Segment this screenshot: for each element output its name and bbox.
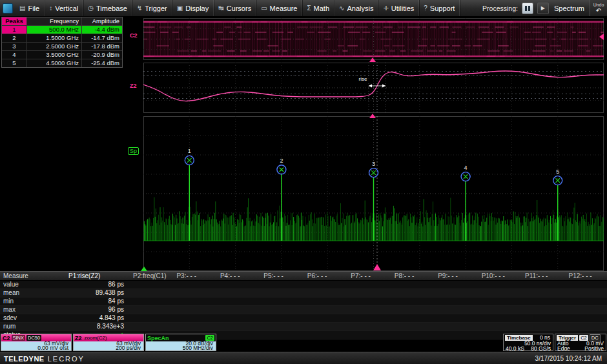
menu-cursors[interactable]: ↹ Cursors [214, 0, 256, 16]
utilities-icon: ✛ [383, 5, 388, 12]
peak-1-amplitude: -4.4 dBm [82, 26, 122, 34]
peaks-table: Peaks Frequency Amplitude 1 500.0 MHz -4… [1, 17, 123, 68]
svg-text:rise: rise [359, 76, 367, 82]
menu-measure-label: Measure [270, 5, 298, 12]
svg-text:1: 1 [188, 148, 191, 154]
trigger-position-marker-2[interactable] [369, 114, 376, 118]
specan-name: SpecAn [147, 335, 169, 341]
menu-file[interactable]: ▤ File [15, 0, 45, 16]
spectrum-display[interactable]: 12345 [143, 116, 604, 271]
measure-col-p4[interactable]: P4:- - - [215, 272, 258, 280]
timebase-descriptor[interactable]: Timebase 0 ns 50.0 ns/div 40.0 kS 80 GS/… [503, 334, 553, 351]
measure-col-p7[interactable]: P7:- - - [345, 272, 389, 280]
mean-label: mean [0, 289, 65, 297]
peak-2-number: 2 [2, 34, 27, 42]
menu-math-label: Math [314, 5, 329, 12]
measure-col-p9[interactable]: P9:- - - [433, 272, 476, 280]
z2-zoom-trace-display[interactable]: rise [143, 63, 604, 113]
spectrum-reference-marker[interactable] [141, 267, 147, 271]
p1-value: 86 ps [65, 281, 130, 288]
menu-timebase-label: Timebase [96, 5, 127, 12]
timebase-samples: 40.0 kS [506, 346, 524, 351]
menu-trigger[interactable]: ↯ Trigger [132, 0, 172, 16]
menu-utilities[interactable]: ✛ Utilities [378, 0, 419, 16]
peaks-table-header: Peaks Frequency Amplitude [2, 17, 122, 26]
oscilloscope-screen: ▤ File ↕ Vertical ◷ Timebase ↯ Trigger ▣… [0, 0, 607, 364]
z2-name: Z2 [75, 335, 82, 341]
undo-button[interactable]: Undo ↶ [590, 0, 607, 16]
c2-eye-diagram-display[interactable] [143, 18, 604, 60]
measure-col-p3[interactable]: P3:- - - [171, 272, 214, 280]
menu-measure[interactable]: ▭ Measure [256, 0, 302, 16]
support-icon: ? [424, 5, 427, 12]
measure-col-p6[interactable]: P6:- - - [302, 272, 345, 280]
measure-col-p10[interactable]: P10:- - - [477, 272, 520, 280]
measure-col-p2[interactable]: P2:freq(C1) [128, 272, 171, 280]
display-icon: ▣ [177, 5, 183, 12]
p1-min: 84 ps [65, 298, 130, 305]
trigger-descriptor[interactable]: Trigger C2 DC Auto 0.0 mV Edge Positive [555, 334, 606, 351]
file-icon: ▤ [19, 5, 25, 12]
menu-utilities-label: Utilities [391, 5, 414, 12]
peak-3-frequency: 2.5000 GHz [27, 43, 82, 50]
measure-col-p12[interactable]: P12:- - - [564, 272, 607, 280]
specan-trace-label[interactable]: Sp [128, 147, 139, 155]
measure-row-num: num 8.343e+3 [0, 323, 607, 331]
peak-row-5[interactable]: 5 4.5000 GHz -25.4 dBm [2, 59, 122, 67]
c2-coupling-badge: DC50 [26, 335, 41, 341]
pause-button[interactable] [522, 3, 533, 14]
brand-teledyne: TELEDYNE [4, 355, 45, 363]
menu-math[interactable]: Σ Math [302, 0, 334, 16]
peaks-header: Peaks [2, 17, 27, 25]
peak-row-2[interactable]: 2 1.5000 GHz -14.7 dBm [2, 34, 122, 43]
peak-3-number: 3 [2, 43, 27, 50]
timebase-sample-rate: 80 GS/s [531, 346, 551, 351]
measure-col-p5[interactable]: P5:- - - [258, 272, 302, 280]
menu-cursors-label: Cursors [227, 5, 252, 12]
z2-trace-label[interactable]: Z2 [130, 83, 137, 89]
max-label: max [0, 306, 65, 314]
peak-5-amplitude: -25.4 dBm [82, 59, 122, 67]
c2-trace-label[interactable]: C2 [130, 32, 138, 39]
app-icon [3, 3, 13, 14]
peak-5-number: 5 [2, 59, 27, 67]
zoom-z2-descriptor[interactable]: Z2 zoom(C2) 63 mV/div 200 ps/div [73, 334, 144, 351]
frequency-header: Frequency [27, 17, 82, 25]
menu-vertical[interactable]: ↕ Vertical [45, 0, 83, 16]
menu-analysis[interactable]: ∿ Analysis [334, 0, 378, 16]
menu-support-label: Support [430, 5, 455, 12]
menu-display[interactable]: ▣ Display [172, 0, 214, 16]
peak-row-1[interactable]: 1 500.0 MHz -4.4 dBm [2, 26, 122, 34]
math-icon: Σ [307, 5, 311, 12]
p1-mean: 89.438 ps [65, 289, 130, 297]
menu-timebase[interactable]: ◷ Timebase [83, 0, 132, 16]
svg-text:4: 4 [464, 165, 468, 171]
menu-support[interactable]: ? Support [419, 0, 460, 16]
measure-title: Measure [0, 272, 65, 280]
measure-header-row: Measure P1:rise(Z2) P2:freq(C1) P3:- - -… [0, 271, 607, 281]
peak-4-frequency: 3.5000 GHz [27, 51, 82, 59]
trigger-position-marker[interactable] [369, 57, 376, 62]
peak-row-3[interactable]: 3 2.5000 GHz -17.8 dBm [2, 43, 122, 51]
trigger-icon: ↯ [137, 5, 142, 12]
sdev-label: sdev [0, 314, 65, 322]
peak-5-frequency: 4.5000 GHz [27, 59, 82, 67]
menu-vertical-label: Vertical [55, 5, 78, 12]
peak-4-number: 4 [2, 51, 27, 59]
menu-right-cluster: Processing: ▶ Spectrum Undo ↶ [478, 0, 607, 16]
trigger-level-marker[interactable] [599, 34, 604, 40]
measure-col-p8[interactable]: P8:- - - [389, 272, 433, 280]
brand-logo: TELEDYNE LECROY [0, 355, 85, 363]
measure-col-p11[interactable]: P11:- - - [520, 272, 563, 280]
undo-icon: ↶ [596, 8, 601, 14]
menu-display-label: Display [185, 5, 209, 12]
channel-c2-descriptor[interactable]: C2 SINX DC50 63 mV/div 0.00 mV ofst [1, 334, 72, 351]
measure-row-min: min 84 ps [0, 298, 607, 306]
specan-descriptor[interactable]: SpecAn C2 20.0 dB/div 500 MHz/div [145, 334, 216, 351]
play-button[interactable]: ▶ [537, 3, 549, 14]
measure-table: Measure P1:rise(Z2) P2:freq(C1) P3:- - -… [0, 271, 607, 339]
measure-col-p1[interactable]: P1:rise(Z2) [65, 272, 128, 280]
brand-lecroy: LECROY [48, 355, 85, 363]
peak-row-4[interactable]: 4 3.5000 GHz -20.9 dBm [2, 51, 122, 59]
num-label: num [0, 323, 65, 330]
